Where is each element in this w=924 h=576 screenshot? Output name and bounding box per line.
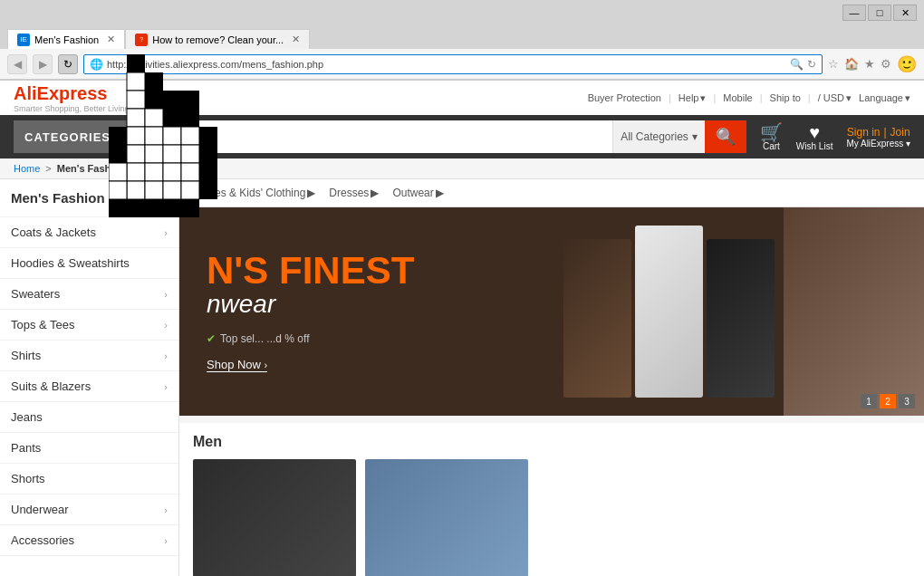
wishlist-icon-group[interactable]: ♥ Wish List xyxy=(796,123,833,151)
banner-images xyxy=(554,216,784,407)
search-input[interactable] xyxy=(134,120,612,153)
breadcrumb-nav: Home > Men's Fashion xyxy=(0,158,924,179)
close-button[interactable]: ✕ xyxy=(893,5,917,21)
tab-favicon-2: ? xyxy=(135,34,148,46)
home-breadcrumb[interactable]: Home xyxy=(14,163,40,174)
logo-area: AliExpress Smarter Shopping, Better Livi… xyxy=(14,83,131,113)
tab-mens-fashion[interactable]: IE Men's Fashion ✕ xyxy=(7,29,125,49)
help-link[interactable]: Help ▾ xyxy=(679,92,707,104)
buyer-protection-link[interactable]: Buyer Protection xyxy=(588,92,661,103)
sidebar-item-underwear[interactable]: Underwear › xyxy=(0,494,178,525)
sidebar-coats-label: Coats & Jackets xyxy=(11,226,96,239)
banner-subtitle: nwear xyxy=(207,290,527,319)
sidebar-item-pants[interactable]: Pants xyxy=(0,433,178,464)
currency-chevron-icon: ▾ xyxy=(846,92,852,104)
sidebar-item-shorts[interactable]: Shorts xyxy=(0,464,178,494)
cat-nav-babies-arrow: ▶ xyxy=(307,187,315,199)
tools-icon[interactable]: ⚙ xyxy=(881,57,891,71)
page-dot-2[interactable]: 2 xyxy=(880,394,896,408)
tab-close-1[interactable]: ✕ xyxy=(107,34,115,45)
join-link[interactable]: Join xyxy=(890,126,910,139)
product-card-2[interactable] xyxy=(365,459,528,576)
page-dot-3[interactable]: 3 xyxy=(899,394,915,408)
ship-to-link[interactable]: Ship to xyxy=(770,92,801,103)
sidebar-suits-label: Suits & Blazers xyxy=(11,379,91,393)
tab-favicon-1: IE xyxy=(17,34,30,46)
shop-now-label: Shop Now xyxy=(207,358,261,371)
section-title: Men xyxy=(193,434,910,450)
sidebar-shirts-label: Shirts xyxy=(11,349,41,362)
sidebar-item-jeans[interactable]: Jeans xyxy=(0,402,178,433)
cart-icon: 🛒 xyxy=(760,123,783,141)
tab-howto[interactable]: ? How to remove? Clean your... ✕ xyxy=(125,29,310,49)
logo[interactable]: AliExpress xyxy=(14,83,131,104)
banner-model-image xyxy=(784,207,924,416)
cat-nav-dresses[interactable]: Dresses ▶ xyxy=(329,187,379,199)
sign-in-area: Sign in | Join xyxy=(847,126,910,139)
refresh-button[interactable]: ↻ xyxy=(58,54,78,74)
cat-nav-babies[interactable]: Babies & Kids' Clothing ▶ xyxy=(193,187,315,199)
category-dropdown[interactable]: All Categories ▾ xyxy=(612,120,705,153)
categories-button[interactable]: CATEGORIES ▾ xyxy=(14,120,134,153)
shop-now-link[interactable]: Shop Now › xyxy=(207,358,267,372)
tab-close-2[interactable]: ✕ xyxy=(292,34,300,45)
sidebar-item-tops[interactable]: Tops & Tees › xyxy=(0,310,178,341)
title-bar-controls: — □ ✕ xyxy=(842,5,917,21)
banner-text: N'S FINEST nwear ✔ Top sel... ...d % off… xyxy=(179,234,554,390)
sidebar-accessories-label: Accessories xyxy=(11,533,74,547)
chevron-icon-sweaters: › xyxy=(164,289,168,300)
cart-icon-group[interactable]: 🛒 Cart xyxy=(760,123,783,151)
sidebar-mens-fashion-label: Men's Fashion xyxy=(11,190,105,206)
page-dot-1[interactable]: 1 xyxy=(861,394,877,408)
my-aliexpress-link[interactable]: My AliExpress ▾ xyxy=(846,139,910,149)
heart-icon: ♥ xyxy=(809,123,820,141)
category-dropdown-icon: ▾ xyxy=(692,130,698,143)
search-icon: 🔍 xyxy=(790,58,804,71)
tab-label-1: Men's Fashion xyxy=(34,34,99,45)
url-box[interactable]: 🌐 http://activities.aliexpress.com/mens_… xyxy=(83,54,823,74)
sidebar-sweaters-label: Sweaters xyxy=(11,287,60,301)
url-favicon: 🌐 xyxy=(90,58,103,71)
sign-in-link[interactable]: Sign in xyxy=(847,126,881,139)
search-button[interactable]: 🔍 xyxy=(705,120,746,153)
cat-nav-dresses-arrow: ▶ xyxy=(371,187,379,199)
banner-shirt-1 xyxy=(563,239,631,398)
home-icon[interactable]: 🏠 xyxy=(844,57,859,71)
sidebar-item-sweaters[interactable]: Sweaters › xyxy=(0,279,178,310)
search-input-area: All Categories ▾ xyxy=(134,120,705,153)
main-layout: Men's Fashion Coats & Jackets › Hoodies … xyxy=(0,179,924,576)
language-link[interactable]: Language ▾ xyxy=(859,92,910,104)
favorites-icon[interactable]: ★ xyxy=(864,57,875,71)
sidebar-item-suits[interactable]: Suits & Blazers › xyxy=(0,371,178,402)
help-chevron-icon: ▾ xyxy=(700,92,706,104)
chevron-icon-accessories: › xyxy=(164,535,168,546)
chevron-icon-suits: › xyxy=(164,381,168,392)
minimize-button[interactable]: — xyxy=(842,5,866,21)
smiley-icon[interactable]: 🙂 xyxy=(897,54,917,74)
back-button[interactable]: ◀ xyxy=(7,54,27,74)
sidebar-item-hoodies[interactable]: Hoodies & Sweatshirts xyxy=(0,248,178,279)
current-breadcrumb: Men's Fashion xyxy=(57,163,126,174)
sidebar-item-mens-fashion[interactable]: Men's Fashion xyxy=(0,179,178,217)
banner-bullets: ✔ Top sel... ...d % off xyxy=(207,332,527,345)
maximize-button[interactable]: □ xyxy=(868,5,891,21)
website-content: AliExpress Smarter Shopping, Better Livi… xyxy=(0,81,924,576)
sidebar-item-accessories[interactable]: Accessories › xyxy=(0,525,178,556)
sidebar-item-coats[interactable]: Coats & Jackets › xyxy=(0,217,178,248)
forward-button[interactable]: ▶ xyxy=(33,54,53,74)
chevron-icon-shirts: › xyxy=(164,350,168,361)
product-card-1[interactable] xyxy=(193,459,356,576)
tab-bar: IE Men's Fashion ✕ ? How to remove? Clea… xyxy=(0,25,924,49)
bookmark-star-icon[interactable]: ☆ xyxy=(828,57,839,71)
search-bar: CATEGORIES ▾ All Categories ▾ 🔍 🛒 Cart ♥… xyxy=(0,115,924,158)
categories-chevron-icon: ▾ xyxy=(116,130,123,144)
tab-label-2: How to remove? Clean your... xyxy=(152,34,284,45)
mobile-link[interactable]: Mobile xyxy=(723,92,752,103)
my-aliexpress-label: My AliExpress xyxy=(846,139,903,149)
sidebar-pants-label: Pants xyxy=(11,441,41,455)
check-icon: ✔ xyxy=(207,332,216,345)
sidebar-item-shirts[interactable]: Shirts › xyxy=(0,341,178,371)
currency-link[interactable]: / USD ▾ xyxy=(818,92,852,104)
cat-nav-outwear-label: Outwear xyxy=(392,187,433,199)
cat-nav-outwear[interactable]: Outwear ▶ xyxy=(392,187,443,199)
